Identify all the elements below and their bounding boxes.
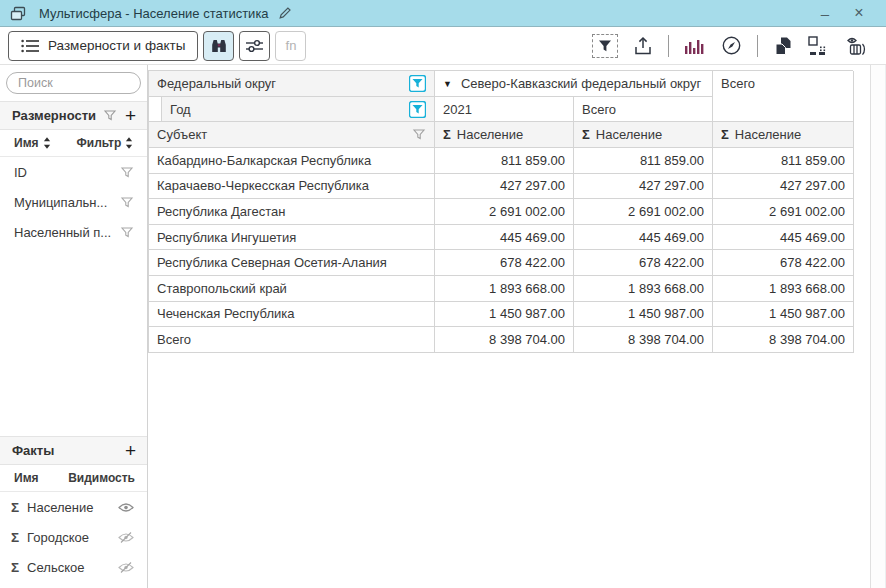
value-cell[interactable]: 1 450 987.00 — [435, 302, 574, 328]
value-cell[interactable]: 2 691 002.00 — [713, 199, 854, 225]
value-cell[interactable]: 678 422.00 — [435, 250, 574, 276]
settings-sliders-button[interactable] — [239, 31, 270, 61]
row-dimension-header[interactable]: Федеральный округ — [149, 71, 435, 97]
vertical-scrollbar[interactable] — [870, 65, 886, 588]
hierarchy-tree-button[interactable] — [808, 36, 831, 55]
measure-header[interactable]: Σ Население — [574, 122, 713, 148]
measure-header[interactable]: Σ Население — [435, 122, 574, 148]
fact-row[interactable]: Σ Городское — [0, 522, 147, 552]
dimensions-facts-panel-button[interactable]: Размерности и факты — [8, 31, 198, 61]
visibility-eye-off-icon[interactable] — [118, 532, 134, 543]
subject-cell[interactable]: Республика Дагестан — [149, 199, 435, 225]
subject-cell[interactable]: Ставропольский край — [149, 276, 435, 302]
dimensions-columns-header: Имя Фильтр — [0, 130, 147, 157]
sigma-icon: Σ — [582, 127, 590, 142]
subject-cell[interactable]: Чеченская Республика — [149, 302, 435, 328]
value-cell[interactable]: 427 297.00 — [574, 174, 713, 200]
value-cell[interactable]: 445 469.00 — [574, 225, 713, 251]
tree-structure-icon — [808, 36, 831, 55]
grand-total-column-header[interactable]: Всего — [713, 71, 854, 122]
dimensions-list: ID Муниципальн... Населенный п... — [0, 157, 147, 247]
fact-row[interactable]: Σ Население — [0, 492, 147, 522]
subject-cell[interactable]: Республика Ингушетия — [149, 225, 435, 251]
binoculars-icon — [210, 38, 228, 54]
export-up-arrow-icon — [633, 36, 653, 55]
pivot-table: Федеральный округ ▼ Северо-Кавказский фе… — [148, 70, 853, 353]
add-dimension-button[interactable]: + — [125, 106, 136, 125]
subject-filter-icon[interactable] — [412, 128, 426, 141]
value-cell[interactable]: 8 398 704.00 — [713, 327, 854, 353]
fn-formula-button[interactable]: fn — [275, 31, 306, 61]
window-title: Мультисфера - Население статистика — [39, 6, 269, 21]
value-cell[interactable]: 445 469.00 — [435, 225, 574, 251]
dimensions-filter-icon[interactable] — [103, 109, 117, 122]
dimension-filter-icon[interactable] — [120, 226, 134, 239]
name-column-header[interactable]: Имя — [14, 136, 51, 150]
value-cell[interactable]: 678 422.00 — [574, 250, 713, 276]
value-cell[interactable]: 8 398 704.00 — [574, 327, 713, 353]
dimension-row[interactable]: ID — [0, 157, 147, 187]
value-cell[interactable]: 427 297.00 — [435, 174, 574, 200]
dimension-row[interactable]: Населенный п... — [0, 217, 147, 247]
value-cell[interactable]: 811 859.00 — [713, 148, 854, 174]
value-cell[interactable]: 2 691 002.00 — [574, 199, 713, 225]
data-view-button[interactable] — [846, 36, 869, 56]
visibility-eye-icon[interactable] — [118, 502, 134, 513]
add-fact-button[interactable]: + — [125, 441, 136, 460]
value-cell[interactable]: 811 859.00 — [435, 148, 574, 174]
facts-section: Факты + Имя Видимость Σ Население — [0, 436, 147, 588]
rename-pencil-icon[interactable] — [278, 6, 292, 20]
measure-label: Население — [457, 127, 523, 142]
column-dimension-inner[interactable]: Год — [161, 97, 434, 121]
dimension-row[interactable]: Муниципальн... — [0, 187, 147, 217]
subject-cell[interactable]: Карачаево-Черкесская Республика — [149, 174, 435, 200]
value-cell[interactable]: 811 859.00 — [574, 148, 713, 174]
value-cell[interactable]: 427 297.00 — [713, 174, 854, 200]
year-column-header[interactable]: 2021 — [435, 97, 574, 122]
visibility-eye-off-icon[interactable] — [118, 562, 134, 573]
value-cell[interactable]: 1 893 668.00 — [574, 276, 713, 302]
measure-label: Население — [735, 127, 801, 142]
dimension-name: Муниципальн... — [14, 195, 107, 210]
copy-button[interactable] — [773, 36, 793, 56]
sigma-icon: Σ — [11, 500, 19, 515]
column-group-header[interactable]: ▼ Северо-Кавказский федеральный округ — [435, 71, 713, 97]
bar-chart-icon — [684, 37, 706, 55]
subject-column-header[interactable]: Субъект — [149, 122, 435, 148]
subject-cell[interactable]: Республика Северная Осетия-Алания — [149, 250, 435, 276]
minimize-button[interactable]: – — [808, 0, 842, 26]
dimension-filter-icon[interactable] — [120, 166, 134, 179]
sort-icon — [125, 137, 133, 149]
value-cell[interactable]: 1 893 668.00 — [435, 276, 574, 302]
navigation-compass-button[interactable] — [721, 35, 742, 56]
sidebar: Размерности + Имя Фильтр ID — [0, 65, 148, 588]
filter-column-header[interactable]: Фильтр — [77, 136, 134, 150]
close-button[interactable]: × — [842, 0, 876, 26]
value-cell[interactable]: 445 469.00 — [713, 225, 854, 251]
subject-cell[interactable]: Кабардино-Балкарская Республика — [149, 148, 435, 174]
dimension-filter-icon[interactable] — [120, 196, 134, 209]
search-input[interactable] — [6, 72, 141, 94]
filter-tool-button[interactable] — [592, 34, 618, 58]
export-button[interactable] — [633, 36, 653, 55]
group-total-column-header[interactable]: Всего — [574, 97, 713, 122]
value-cell[interactable]: 1 893 668.00 — [713, 276, 854, 302]
search-container — [0, 65, 147, 101]
value-cell[interactable]: 678 422.00 — [713, 250, 854, 276]
sigma-icon: Σ — [11, 560, 19, 575]
find-binoculars-button[interactable] — [203, 31, 234, 61]
value-cell[interactable]: 8 398 704.00 — [435, 327, 574, 353]
collapse-triangle-icon[interactable]: ▼ — [443, 79, 452, 89]
column-dimension-header: Год — [149, 97, 435, 122]
measure-header[interactable]: Σ Население — [713, 122, 854, 148]
copy-pages-icon — [773, 36, 793, 56]
fact-name: Население — [27, 500, 93, 515]
fact-row[interactable]: Σ Сельское — [0, 552, 147, 582]
value-cell[interactable]: 1 450 987.00 — [574, 302, 713, 328]
subject-cell[interactable]: Всего — [149, 327, 435, 353]
column-dimension-filter-icon[interactable] — [409, 101, 426, 118]
value-cell[interactable]: 2 691 002.00 — [435, 199, 574, 225]
row-dimension-filter-icon[interactable] — [409, 75, 426, 92]
chart-button[interactable] — [684, 37, 706, 55]
value-cell[interactable]: 1 450 987.00 — [713, 302, 854, 328]
